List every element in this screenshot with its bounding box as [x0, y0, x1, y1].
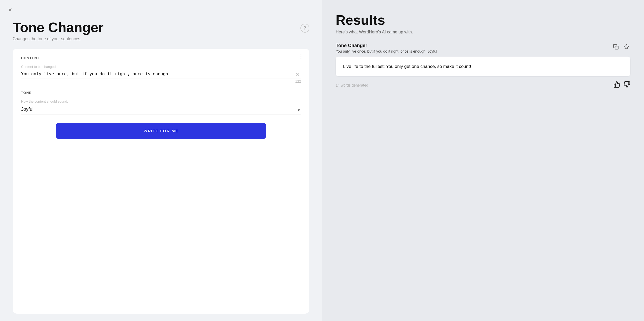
result-info: Tone Changer You only live once, but if …: [336, 43, 437, 53]
close-icon: ✕: [8, 7, 12, 13]
clear-icon: ⊗: [295, 72, 299, 77]
svg-rect-0: [615, 46, 618, 49]
form-card: ⋮ CONTENT Content to be changed. ⊗ 122 T…: [13, 49, 309, 314]
content-section: CONTENT Content to be changed. ⊗ 122: [21, 56, 301, 83]
card-menu-button[interactable]: ⋮: [298, 53, 304, 59]
copy-button[interactable]: [612, 43, 620, 52]
content-input[interactable]: [21, 70, 301, 78]
feedback-buttons: [613, 81, 630, 89]
app-subtitle: Changes the tone of your sentences.: [13, 37, 309, 41]
content-input-wrapper: ⊗: [21, 70, 301, 78]
copy-icon: [613, 44, 619, 51]
result-name: Tone Changer: [336, 43, 437, 48]
menu-icon: ⋮: [298, 53, 304, 59]
close-button[interactable]: ✕: [6, 6, 14, 14]
star-icon: [623, 44, 629, 51]
words-generated: 14 words generated: [336, 83, 368, 87]
tone-placeholder-label: How the content should sound.: [21, 99, 301, 103]
tone-label: TONE: [21, 91, 301, 95]
left-panel: ✕ Tone Changer Changes the tone of your …: [0, 0, 322, 321]
result-meta: You only live once, but if you do it rig…: [336, 49, 437, 53]
help-icon: ?: [304, 26, 306, 31]
left-header: Tone Changer Changes the tone of your se…: [13, 20, 309, 41]
result-footer: 14 words generated: [336, 81, 630, 89]
thumbs-down-icon: [623, 83, 630, 89]
thumbs-up-icon: [613, 83, 620, 89]
tone-section: TONE How the content should sound. Joyfu…: [21, 91, 301, 114]
result-card: Tone Changer You only live once, but if …: [336, 43, 630, 89]
result-actions: [612, 43, 630, 52]
clear-content-button[interactable]: ⊗: [294, 71, 301, 78]
write-for-me-button[interactable]: WRITE FOR ME: [56, 123, 266, 139]
char-count: 122: [21, 79, 301, 83]
thumbs-up-button[interactable]: [613, 81, 620, 89]
right-panel: Results Here's what WordHero's AI came u…: [322, 0, 644, 321]
svg-marker-1: [624, 44, 629, 49]
tone-select[interactable]: Joyful Professional Casual Formal Excite…: [21, 106, 301, 114]
content-label: CONTENT: [21, 56, 301, 60]
results-subtitle: Here's what WordHero's AI came up with.: [336, 30, 630, 34]
app-title: Tone Changer: [13, 20, 309, 35]
result-header: Tone Changer You only live once, but if …: [336, 43, 630, 53]
results-title: Results: [336, 13, 630, 28]
thumbs-down-button[interactable]: [623, 81, 630, 89]
content-placeholder-label: Content to be changed.: [21, 65, 301, 69]
help-button[interactable]: ?: [300, 24, 309, 33]
tone-select-wrapper: Joyful Professional Casual Formal Excite…: [21, 106, 301, 114]
result-text-box: Live life to the fullest! You only get o…: [336, 57, 630, 76]
favorite-button[interactable]: [622, 43, 630, 52]
